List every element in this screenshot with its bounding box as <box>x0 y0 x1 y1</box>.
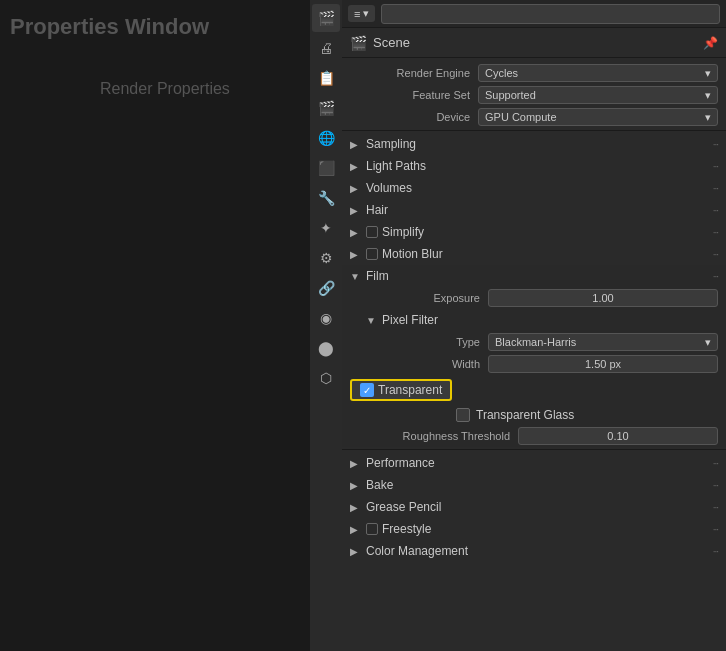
header-title: Scene <box>373 35 410 50</box>
left-panel: Properties Window Render Properties <box>0 0 310 651</box>
transparent-glass-checkbox[interactable] <box>456 408 470 422</box>
volumes-dots: ··· <box>713 183 718 194</box>
scene-header-icon: 🎬 <box>350 35 367 51</box>
window-title: Properties Window <box>10 14 209 40</box>
simplify-section[interactable]: ▶ Simplify ··· <box>342 221 726 243</box>
pixel-filter-section[interactable]: ▼ Pixel Filter <box>342 309 726 331</box>
dropdown-arrow-feature: ▾ <box>705 89 711 102</box>
output-icon[interactable]: 🖨 <box>312 34 340 62</box>
bake-section[interactable]: ▶ Bake ··· <box>342 474 726 496</box>
light-paths-dots: ··· <box>713 161 718 172</box>
freestyle-arrow: ▶ <box>350 524 362 535</box>
exposure-value: 1.00 <box>592 292 613 304</box>
width-value: 1.50 px <box>585 358 621 370</box>
transparent-glass-row: Transparent Glass <box>342 405 726 425</box>
grease-pencil-dots: ··· <box>713 502 718 513</box>
scene-icon[interactable]: 🎬 <box>312 94 340 122</box>
feature-set-select[interactable]: Supported ▾ <box>478 86 718 104</box>
simplify-label: Simplify <box>382 225 424 239</box>
topbar: ≡ ▾ <box>342 0 726 28</box>
color-management-label: Color Management <box>366 544 468 558</box>
color-management-dots: ··· <box>713 546 718 557</box>
render-icon[interactable]: 🎬 <box>312 4 340 32</box>
grease-pencil-section[interactable]: ▶ Grease Pencil ··· <box>342 496 726 518</box>
light-paths-arrow: ▶ <box>350 161 362 172</box>
film-header[interactable]: ▼ Film ··· <box>342 265 726 287</box>
grease-pencil-label: Grease Pencil <box>366 500 441 514</box>
type-label: Type <box>350 336 480 348</box>
render-engine-row: Render Engine Cycles ▾ <box>342 62 726 84</box>
color-management-arrow: ▶ <box>350 546 362 557</box>
roughness-threshold-row: Roughness Threshold 0.10 <box>342 425 726 447</box>
particles-icon[interactable]: ✦ <box>312 214 340 242</box>
hair-section[interactable]: ▶ Hair ··· <box>342 199 726 221</box>
performance-arrow: ▶ <box>350 458 362 469</box>
transparent-row: ✓ Transparent <box>342 375 726 405</box>
type-row: Type Blackman-Harris ▾ <box>342 331 726 353</box>
film-dots: ··· <box>713 271 718 282</box>
performance-dots: ··· <box>713 458 718 469</box>
light-paths-label: Light Paths <box>366 159 426 173</box>
menu-arrow: ▾ <box>363 7 369 20</box>
sampling-label: Sampling <box>366 137 416 151</box>
material-icon[interactable]: ⬤ <box>312 334 340 362</box>
light-paths-section[interactable]: ▶ Light Paths ··· <box>342 155 726 177</box>
world-icon[interactable]: 🌐 <box>312 124 340 152</box>
pin-icon[interactable]: 📌 <box>703 36 718 50</box>
transparent-checkbox[interactable]: ✓ <box>360 383 374 397</box>
properties-area: Render Engine Cycles ▾ Feature Set Suppo… <box>342 58 726 651</box>
performance-section[interactable]: ▶ Performance ··· <box>342 452 726 474</box>
freestyle-label: Freestyle <box>382 522 431 536</box>
dropdown-arrow-device: ▾ <box>705 111 711 124</box>
sampling-dots: ··· <box>713 139 718 150</box>
object-icon[interactable]: ⬛ <box>312 154 340 182</box>
motion-blur-checkbox[interactable] <box>366 248 378 260</box>
header-row: 🎬 Scene 📌 <box>342 28 726 58</box>
constraints-icon[interactable]: 🔗 <box>312 274 340 302</box>
dropdown-arrow-type: ▾ <box>705 336 711 349</box>
simplify-checkbox[interactable] <box>366 226 378 238</box>
device-select[interactable]: GPU Compute ▾ <box>478 108 718 126</box>
data-icon[interactable]: ◉ <box>312 304 340 332</box>
roughness-threshold-input[interactable]: 0.10 <box>518 427 718 445</box>
grease-pencil-arrow: ▶ <box>350 502 362 513</box>
render-engine-select[interactable]: Cycles ▾ <box>478 64 718 82</box>
menu-button[interactable]: ≡ ▾ <box>348 5 375 22</box>
transparent-label: Transparent <box>378 383 442 397</box>
view-layer-icon[interactable]: 📋 <box>312 64 340 92</box>
search-input[interactable] <box>381 4 720 24</box>
freestyle-dots: ··· <box>713 524 718 535</box>
motion-blur-dots: ··· <box>713 249 718 260</box>
bake-dots: ··· <box>713 480 718 491</box>
transparent-button[interactable]: ✓ Transparent <box>350 379 452 401</box>
freestyle-section[interactable]: ▶ Freestyle ··· <box>342 518 726 540</box>
shader-icon[interactable]: ⬡ <box>312 364 340 392</box>
physics-icon[interactable]: ⚙ <box>312 244 340 272</box>
roughness-threshold-value: 0.10 <box>607 430 628 442</box>
transparent-glass-label: Transparent Glass <box>476 408 574 422</box>
bake-arrow: ▶ <box>350 480 362 491</box>
exposure-input[interactable]: 1.00 <box>488 289 718 307</box>
exposure-row: Exposure 1.00 <box>342 287 726 309</box>
modifier-icon[interactable]: 🔧 <box>312 184 340 212</box>
roughness-threshold-label: Roughness Threshold <box>350 430 510 442</box>
bake-label: Bake <box>366 478 393 492</box>
hair-dots: ··· <box>713 205 718 216</box>
freestyle-checkbox[interactable] <box>366 523 378 535</box>
motion-blur-label: Motion Blur <box>382 247 443 261</box>
sampling-section[interactable]: ▶ Sampling ··· <box>342 133 726 155</box>
type-select[interactable]: Blackman-Harris ▾ <box>488 333 718 351</box>
menu-icon: ≡ <box>354 8 360 20</box>
sampling-arrow: ▶ <box>350 139 362 150</box>
panel-subtitle: Render Properties <box>100 80 230 98</box>
volumes-section[interactable]: ▶ Volumes ··· <box>342 177 726 199</box>
width-label: Width <box>350 358 480 370</box>
color-management-section[interactable]: ▶ Color Management ··· <box>342 540 726 562</box>
hair-arrow: ▶ <box>350 205 362 216</box>
pixel-filter-arrow: ▼ <box>366 315 378 326</box>
device-label: Device <box>350 111 470 123</box>
render-engine-label: Render Engine <box>350 67 470 79</box>
motion-blur-section[interactable]: ▶ Motion Blur ··· <box>342 243 726 265</box>
film-label: Film <box>366 269 389 283</box>
width-input[interactable]: 1.50 px <box>488 355 718 373</box>
